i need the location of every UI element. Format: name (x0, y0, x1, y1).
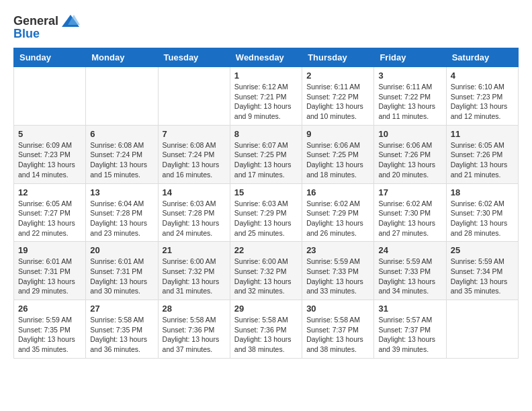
calendar-cell: 23Sunrise: 5:59 AMSunset: 7:33 PMDayligh… (302, 242, 374, 300)
day-info: Sunrise: 6:00 AMSunset: 7:32 PMDaylight:… (234, 257, 298, 296)
day-number: 9 (306, 129, 369, 139)
calendar-week-row: 19Sunrise: 6:01 AMSunset: 7:31 PMDayligh… (14, 242, 519, 300)
calendar-week-row: 26Sunrise: 5:59 AMSunset: 7:35 PMDayligh… (14, 300, 519, 359)
page-header: General Blue (13, 13, 519, 41)
calendar-cell: 31Sunrise: 5:57 AMSunset: 7:37 PMDayligh… (374, 300, 446, 359)
day-info: Sunrise: 6:05 AMSunset: 7:26 PMDaylight:… (451, 140, 514, 180)
day-info: Sunrise: 6:08 AMSunset: 7:24 PMDaylight:… (90, 140, 153, 180)
day-info: Sunrise: 6:06 AMSunset: 7:26 PMDaylight:… (378, 140, 441, 180)
day-number: 7 (163, 129, 226, 139)
calendar-cell: 17Sunrise: 6:02 AMSunset: 7:30 PMDayligh… (374, 183, 446, 242)
day-number: 12 (18, 187, 81, 197)
calendar-cell (158, 67, 230, 126)
weekday-header-thursday: Thursday (302, 48, 374, 67)
calendar-cell: 18Sunrise: 6:02 AMSunset: 7:30 PMDayligh… (446, 183, 518, 242)
day-number: 13 (90, 187, 153, 197)
calendar-cell (14, 67, 86, 126)
day-number: 6 (90, 129, 153, 139)
day-number: 29 (234, 304, 298, 314)
day-info: Sunrise: 6:02 AMSunset: 7:29 PMDaylight:… (306, 199, 369, 238)
calendar-cell: 24Sunrise: 5:59 AMSunset: 7:33 PMDayligh… (374, 242, 446, 300)
day-info: Sunrise: 6:10 AMSunset: 7:23 PMDaylight:… (451, 82, 514, 122)
day-number: 10 (378, 129, 441, 139)
day-info: Sunrise: 5:59 AMSunset: 7:33 PMDaylight:… (306, 257, 369, 296)
day-number: 5 (18, 129, 81, 139)
weekday-header-tuesday: Tuesday (158, 48, 230, 67)
calendar-cell: 6Sunrise: 6:08 AMSunset: 7:24 PMDaylight… (86, 125, 158, 183)
day-info: Sunrise: 6:00 AMSunset: 7:32 PMDaylight:… (163, 257, 226, 296)
logo-general: General (13, 14, 58, 28)
day-info: Sunrise: 6:02 AMSunset: 7:30 PMDaylight:… (451, 199, 514, 238)
calendar-cell: 4Sunrise: 6:10 AMSunset: 7:23 PMDaylight… (446, 67, 518, 126)
day-info: Sunrise: 5:59 AMSunset: 7:34 PMDaylight:… (451, 257, 514, 296)
calendar-cell: 3Sunrise: 6:11 AMSunset: 7:22 PMDaylight… (374, 67, 446, 126)
calendar-cell: 5Sunrise: 6:09 AMSunset: 7:23 PMDaylight… (14, 125, 86, 183)
calendar-cell: 16Sunrise: 6:02 AMSunset: 7:29 PMDayligh… (302, 183, 374, 242)
calendar-cell: 15Sunrise: 6:03 AMSunset: 7:29 PMDayligh… (230, 183, 302, 242)
day-info: Sunrise: 6:07 AMSunset: 7:25 PMDaylight:… (234, 140, 298, 180)
day-info: Sunrise: 6:04 AMSunset: 7:28 PMDaylight:… (90, 199, 153, 238)
calendar-cell: 25Sunrise: 5:59 AMSunset: 7:34 PMDayligh… (446, 242, 518, 300)
day-info: Sunrise: 6:12 AMSunset: 7:21 PMDaylight:… (234, 82, 298, 122)
day-number: 22 (234, 245, 298, 255)
day-number: 14 (163, 187, 226, 197)
day-info: Sunrise: 6:11 AMSunset: 7:22 PMDaylight:… (306, 82, 369, 122)
day-info: Sunrise: 6:01 AMSunset: 7:31 PMDaylight:… (90, 257, 153, 296)
weekday-header-monday: Monday (86, 48, 158, 67)
day-info: Sunrise: 6:01 AMSunset: 7:31 PMDaylight:… (18, 257, 81, 296)
day-info: Sunrise: 6:03 AMSunset: 7:28 PMDaylight:… (163, 199, 226, 238)
calendar-cell: 19Sunrise: 6:01 AMSunset: 7:31 PMDayligh… (14, 242, 86, 300)
calendar-cell: 9Sunrise: 6:06 AMSunset: 7:25 PMDaylight… (302, 125, 374, 183)
day-number: 4 (451, 71, 514, 81)
day-number: 15 (234, 187, 298, 197)
day-info: Sunrise: 5:58 AMSunset: 7:36 PMDaylight:… (234, 315, 298, 355)
calendar-week-row: 12Sunrise: 6:05 AMSunset: 7:27 PMDayligh… (14, 183, 519, 242)
weekday-header-saturday: Saturday (446, 48, 518, 67)
logo-icon (60, 13, 81, 28)
day-number: 3 (378, 71, 441, 81)
day-number: 23 (306, 245, 369, 255)
day-info: Sunrise: 5:57 AMSunset: 7:37 PMDaylight:… (378, 315, 441, 355)
day-info: Sunrise: 6:09 AMSunset: 7:23 PMDaylight:… (18, 140, 81, 180)
day-info: Sunrise: 5:58 AMSunset: 7:36 PMDaylight:… (163, 315, 226, 355)
day-info: Sunrise: 6:11 AMSunset: 7:22 PMDaylight:… (378, 82, 441, 122)
calendar-cell: 13Sunrise: 6:04 AMSunset: 7:28 PMDayligh… (86, 183, 158, 242)
day-info: Sunrise: 5:58 AMSunset: 7:35 PMDaylight:… (90, 315, 153, 355)
day-number: 24 (378, 245, 441, 255)
day-number: 26 (18, 304, 81, 314)
calendar-cell: 10Sunrise: 6:06 AMSunset: 7:26 PMDayligh… (374, 125, 446, 183)
day-number: 8 (234, 129, 298, 139)
weekday-header-sunday: Sunday (14, 48, 86, 67)
day-number: 28 (163, 304, 226, 314)
day-number: 11 (451, 129, 514, 139)
calendar-table: SundayMondayTuesdayWednesdayThursdayFrid… (13, 48, 519, 359)
day-info: Sunrise: 5:59 AMSunset: 7:35 PMDaylight:… (18, 315, 81, 355)
day-info: Sunrise: 6:05 AMSunset: 7:27 PMDaylight:… (18, 199, 81, 238)
calendar-cell: 1Sunrise: 6:12 AMSunset: 7:21 PMDaylight… (230, 67, 302, 126)
weekday-header-row: SundayMondayTuesdayWednesdayThursdayFrid… (14, 48, 519, 67)
calendar-cell: 30Sunrise: 5:58 AMSunset: 7:37 PMDayligh… (302, 300, 374, 359)
day-number: 30 (306, 304, 369, 314)
calendar-cell: 21Sunrise: 6:00 AMSunset: 7:32 PMDayligh… (158, 242, 230, 300)
day-number: 1 (234, 71, 298, 81)
calendar-cell: 12Sunrise: 6:05 AMSunset: 7:27 PMDayligh… (14, 183, 86, 242)
calendar-cell (446, 300, 518, 359)
day-info: Sunrise: 6:06 AMSunset: 7:25 PMDaylight:… (306, 140, 369, 180)
day-number: 16 (306, 187, 369, 197)
logo-container: General Blue (13, 13, 81, 41)
calendar-week-row: 5Sunrise: 6:09 AMSunset: 7:23 PMDaylight… (14, 125, 519, 183)
day-number: 17 (378, 187, 441, 197)
day-number: 27 (90, 304, 153, 314)
calendar-cell: 20Sunrise: 6:01 AMSunset: 7:31 PMDayligh… (86, 242, 158, 300)
day-info: Sunrise: 5:59 AMSunset: 7:33 PMDaylight:… (378, 257, 441, 296)
calendar-cell: 28Sunrise: 5:58 AMSunset: 7:36 PMDayligh… (158, 300, 230, 359)
day-info: Sunrise: 6:08 AMSunset: 7:24 PMDaylight:… (163, 140, 226, 180)
logo: General Blue (13, 13, 81, 41)
day-number: 20 (90, 245, 153, 255)
calendar-cell: 27Sunrise: 5:58 AMSunset: 7:35 PMDayligh… (86, 300, 158, 359)
calendar-cell: 14Sunrise: 6:03 AMSunset: 7:28 PMDayligh… (158, 183, 230, 242)
day-number: 19 (18, 245, 81, 255)
calendar-cell (86, 67, 158, 126)
day-number: 2 (306, 71, 369, 81)
logo-blue: Blue (13, 27, 40, 41)
